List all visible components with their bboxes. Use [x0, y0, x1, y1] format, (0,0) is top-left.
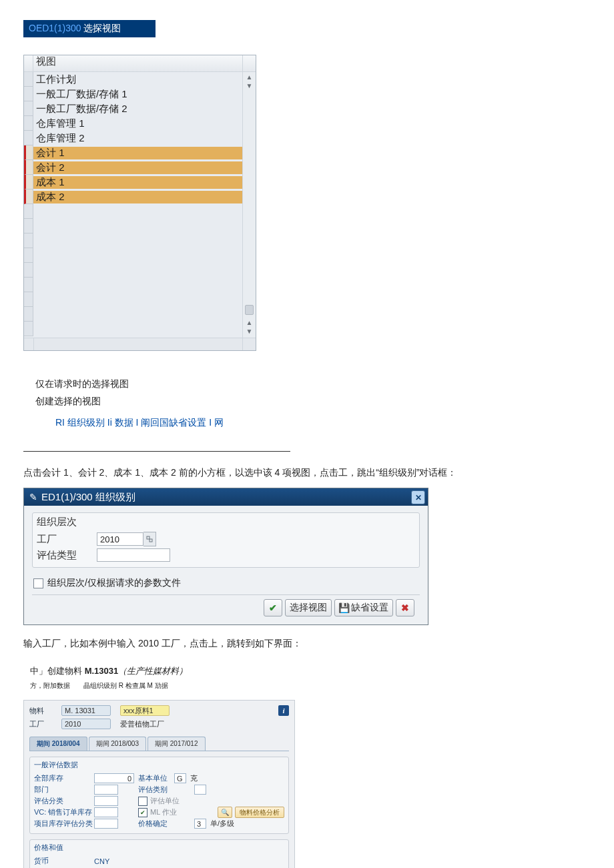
view-row-checkbox[interactable]	[24, 263, 33, 278]
separator	[23, 451, 290, 452]
dept-label: 部门	[34, 785, 94, 795]
scroll-down-mid-icon[interactable]: ▼	[246, 82, 253, 89]
select-views-button-label: 选择视图	[290, 602, 327, 614]
select-views-header: 视图	[24, 55, 256, 72]
view-row-label: 会计 1	[33, 147, 242, 159]
mag-button[interactable]: 🔍	[218, 807, 232, 818]
default-settings-button[interactable]: 💾缺省设置	[334, 599, 393, 616]
period-tab[interactable]: 期间 2018/004	[29, 737, 87, 751]
valtype-input[interactable]	[97, 548, 170, 562]
val-cat-input[interactable]	[194, 785, 206, 795]
view-row[interactable]: 会计 1	[24, 145, 242, 160]
view-row-checkbox[interactable]	[24, 72, 33, 87]
view-row[interactable]: 成本 1	[24, 175, 242, 189]
price-det-input[interactable]: 3	[194, 819, 206, 829]
view-row[interactable]: 成本 2	[24, 189, 242, 204]
select-views-panel: 视图 工作计划一般工厂数据/存储 1一般工厂数据/存储 2仓库管理 1仓库管理 …	[23, 55, 256, 351]
view-row-checkbox[interactable]	[24, 160, 33, 175]
view-row-label: 成本 2	[33, 191, 242, 203]
plant-input[interactable]: 2010	[97, 532, 143, 546]
org-level-title-text: ED1(1)/300 组织级别	[41, 491, 135, 504]
view-row-checkbox[interactable]	[24, 116, 33, 131]
view-row[interactable]	[24, 248, 242, 263]
scroll-thumb[interactable]	[245, 305, 254, 315]
vc-label: VC: 销售订单库存	[34, 807, 94, 817]
view-row-checkbox[interactable]	[24, 87, 33, 101]
scroll-up2-icon[interactable]: ▲	[246, 318, 253, 328]
vc-input[interactable]	[94, 807, 118, 817]
view-row-checkbox[interactable]	[24, 292, 33, 307]
view-row-checkbox[interactable]	[24, 219, 33, 234]
svg-rect-0	[147, 536, 149, 539]
view-row[interactable]: 工作计划	[24, 72, 242, 87]
view-row-checkbox[interactable]	[24, 101, 33, 116]
paragraph-1: 点击会计 1、会计 2、成本 1、成本 2 前的小方框，以选中该 4 项视图，点…	[23, 464, 591, 481]
price-analysis-label: 物料价格分析	[240, 808, 280, 817]
select-views-scrollbar[interactable]: ▲ ▼ ▲ ▼	[242, 72, 256, 338]
view-row[interactable]	[24, 219, 242, 234]
view-row-checkbox[interactable]	[24, 145, 33, 160]
proj-input[interactable]	[94, 819, 118, 829]
ml-checkbox[interactable]: ✔	[138, 808, 147, 817]
price-det-text: 单/多级	[210, 819, 234, 829]
view-row[interactable]	[24, 204, 242, 219]
panel1-title-code: OED1(1)300	[29, 23, 81, 33]
material-accounting-screen: 物料 M. 13031 xxx原料1 i 工厂 2010 爱普植物工厂 期间 2…	[23, 700, 295, 868]
view-row-label: 仓库管理 1	[33, 117, 242, 130]
val-unit-checkbox[interactable]	[138, 797, 147, 806]
view-row[interactable]: 仓库管理 2	[24, 131, 242, 145]
view-row-checkbox[interactable]	[24, 189, 33, 204]
view-row-checkbox[interactable]	[24, 175, 33, 189]
view-row[interactable]	[24, 263, 242, 278]
total-stock-value: 0	[94, 773, 134, 783]
plant-input-2[interactable]: 2010	[61, 719, 111, 729]
select-views-button[interactable]: 选择视图	[285, 599, 332, 616]
period-tab[interactable]: 期间 2017/012	[147, 737, 206, 751]
val-cat-label: 评估类别	[138, 785, 194, 795]
dept-input[interactable]	[94, 785, 118, 795]
cancel-button[interactable]: ✖	[396, 599, 414, 616]
plant-f4-button[interactable]	[143, 532, 156, 546]
view-row[interactable]: 一般工厂数据/存储 2	[24, 101, 242, 116]
org-param-checkbox-label: 组织层次/仅根据请求的参数文件	[47, 577, 181, 589]
total-stock-label: 全部库存	[34, 773, 94, 783]
org-param-checkbox[interactable]	[33, 578, 43, 588]
view-row[interactable]	[24, 278, 242, 292]
view-row-checkbox[interactable]	[24, 278, 33, 292]
period-tab[interactable]: 期间 2018/003	[89, 737, 147, 751]
price-det-label: 价格确定	[138, 819, 194, 829]
view-row[interactable]	[24, 322, 242, 336]
base-unit-input[interactable]: G	[174, 773, 186, 783]
view-row-label: 仓库管理 2	[33, 132, 242, 145]
val-class-input[interactable]	[94, 796, 118, 806]
view-row-checkbox[interactable]	[24, 131, 33, 145]
price-analysis-button[interactable]: 物料价格分析	[235, 807, 284, 818]
val-unit-chk-label: 评估单位	[150, 796, 180, 806]
view-row[interactable]	[24, 234, 242, 248]
view-row[interactable]	[24, 307, 242, 322]
material-desc-input[interactable]: xxx原料1	[120, 705, 170, 716]
view-row-checkbox[interactable]	[24, 204, 33, 219]
scroll-up-icon[interactable]: ▲	[246, 72, 253, 82]
info-button[interactable]: i	[278, 705, 289, 716]
material-input[interactable]: M. 13031	[61, 705, 111, 716]
panel1-link-row[interactable]: RI 组织级别 Ii 数据 I 阐回国缺省设置 I 网	[55, 414, 591, 431]
scroll-down2-icon[interactable]: ▼	[246, 328, 253, 335]
view-row[interactable]: 会计 2	[24, 160, 242, 175]
currency-label: 货币	[34, 856, 94, 866]
view-row[interactable]: 仓库管理 1	[24, 116, 242, 131]
view-row-checkbox[interactable]	[24, 234, 33, 248]
price-value-title: 价格和值	[34, 843, 284, 853]
view-row[interactable]: 一般工厂数据/存储 1	[24, 87, 242, 101]
f4-help-icon	[146, 536, 153, 542]
plant-desc: 爱普植物工厂	[120, 719, 164, 729]
p3-caption2: 方，附加数据 晶组织级别 R 检查属 M 劢据	[30, 681, 591, 691]
view-row-checkbox[interactable]	[24, 322, 33, 336]
close-button[interactable]: ✕	[411, 490, 425, 504]
view-row-checkbox[interactable]	[24, 307, 33, 322]
cancel-icon: ✖	[400, 603, 410, 612]
confirm-button[interactable]: ✔	[264, 599, 282, 616]
view-row[interactable]	[24, 292, 242, 307]
view-row-checkbox[interactable]	[24, 248, 33, 263]
material-label: 物料	[29, 706, 61, 716]
